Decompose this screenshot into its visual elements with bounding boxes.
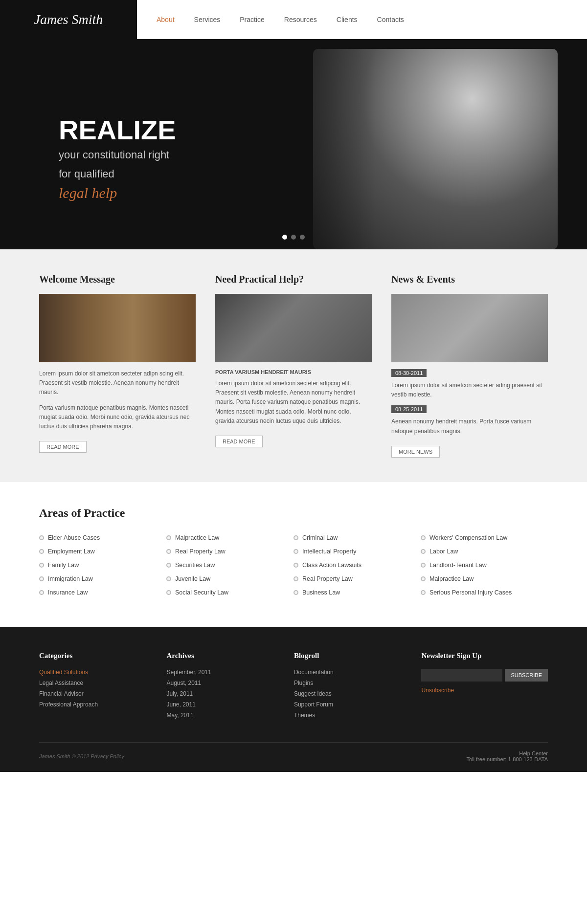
practical-col: Need Practical Help? PORTA VARIUSM HENDR… [215,274,372,458]
practice-title: Areas of Practice [39,506,548,520]
practical-subtitle: PORTA VARIUSM HENDREIT MAURIS [215,369,372,375]
nav-clients[interactable]: Clients [337,16,358,23]
practice-col-2: Malpractice Law Real Property Law Securi… [166,534,294,603]
footer-newsletter-title: Newsletter Sign Up [421,652,548,660]
practice-col-3: Criminal Law Intellectual Property Class… [294,534,421,603]
practice-bullet [166,549,171,554]
gavel-graphic [215,294,372,362]
footer-cat-link-2[interactable]: Financial Advisor [39,690,147,697]
practice-item: Class Action Lawsuits [294,562,416,569]
practice-label: Intellectual Property [302,548,356,555]
footer-archive-link-0[interactable]: September, 2011 [166,669,274,676]
practice-item: Elder Abuse Cases [39,534,161,541]
welcome-text1: Lorem ipsum dolor sit ametcon secteter a… [39,369,196,397]
practice-item: Landlord-Tenant Law [421,562,543,569]
nav-practice[interactable]: Practice [240,16,265,23]
welcome-image [39,294,196,362]
practice-bullet [39,563,44,568]
practice-label: Labor Law [429,548,458,555]
content-section: Welcome Message Lorem ipsum dolor sit am… [0,249,587,482]
practice-label: Malpractice Law [175,534,219,541]
footer-blog-link-4[interactable]: Themes [294,712,402,719]
footer-archive-link-4[interactable]: May, 2011 [166,712,274,719]
news-more-button[interactable]: MORE NEWS [391,446,440,458]
practice-label: Real Property Law [175,548,226,555]
practice-label: Immigration Law [48,575,93,582]
practice-item: Real Property Law [294,575,416,582]
footer-archives-title: Archives [166,652,274,660]
nav-about[interactable]: About [157,16,175,23]
practice-item: Insurance Law [39,589,161,596]
practice-item: Real Property Law [166,548,289,555]
hero-dot-3[interactable] [300,235,305,240]
welcome-text2: Porta variusm natoque penatibus magnis. … [39,403,196,432]
practical-title: Need Practical Help? [215,274,372,285]
news-text1: Lorem ipsum dolor sit ametcon secteter a… [391,381,548,399]
practice-bullet [39,576,44,581]
welcome-read-more-button[interactable]: READ MORE [39,441,87,453]
practice-label: Serious Personal Injury Cases [429,589,512,596]
hero-content: REALIZE your constitutional right for qu… [0,87,176,201]
unsubscribe-link[interactable]: Unsubscribe [421,687,454,694]
nav-contacts[interactable]: Contacts [377,16,404,23]
hero-line4: legal help [59,185,176,201]
practice-item: Securities Law [166,562,289,569]
practice-bullet [39,535,44,540]
practice-label: Malpractice Law [429,575,474,582]
practical-read-more-button[interactable]: READ MORE [215,436,263,447]
logo-box: James Smith [0,0,137,39]
practice-item: Business Law [294,589,416,596]
practice-label: Criminal Law [302,534,338,541]
hero-line1: REALIZE [59,116,176,144]
footer-cat-link-3[interactable]: Professional Approach [39,701,147,708]
practice-section: Areas of Practice Elder Abuse Cases Empl… [0,482,587,627]
nav-resources[interactable]: Resources [284,16,317,23]
footer-archive-link-1[interactable]: August, 2011 [166,680,274,686]
practice-bullet [166,576,171,581]
practice-bullet [39,549,44,554]
practice-label: Class Action Lawsuits [302,562,361,569]
practice-item: Criminal Law [294,534,416,541]
practice-bullet [421,549,426,554]
news-image [391,294,548,362]
footer-bottom: James Smith © 2012 Privacy Policy Help C… [39,742,548,762]
practice-label: Workers' Compensation Law [429,534,507,541]
footer-categories-col: Categories Qualified Solutions Legal Ass… [39,652,147,723]
practice-label: Landlord-Tenant Law [429,562,487,569]
news-title: News & Events [391,274,548,285]
newsletter-email-input[interactable] [421,669,502,682]
footer-blogroll-col: Blogroll Documentation Plugins Suggest I… [294,652,402,723]
footer-blog-link-3[interactable]: Support Forum [294,701,402,708]
practice-label: Elder Abuse Cases [48,534,100,541]
books-graphic [39,294,196,362]
hero-dot-2[interactable] [291,235,296,240]
footer-blog-link-2[interactable]: Suggest Ideas [294,690,402,697]
welcome-title: Welcome Message [39,274,196,285]
practice-item: Malpractice Law [166,534,289,541]
footer-archive-link-2[interactable]: July, 2011 [166,690,274,697]
hero-dot-1[interactable] [282,235,287,240]
practice-bullet [294,576,298,581]
subscribe-button[interactable]: SUBSCRIBE [505,669,548,682]
practice-label: Social Security Law [175,589,228,596]
footer-archive-link-3[interactable]: June, 2011 [166,701,274,708]
footer-cat-link-1[interactable]: Legal Assistance [39,680,147,686]
practice-label: Employment Law [48,548,95,555]
footer-blogroll-title: Blogroll [294,652,402,660]
practice-bullet [294,563,298,568]
news-date2: 08-25-2011 [391,405,427,413]
practice-label: Real Property Law [302,575,353,582]
footer-blog-link-1[interactable]: Plugins [294,680,402,686]
welcome-col: Welcome Message Lorem ipsum dolor sit am… [39,274,196,458]
footer-categories-title: Categories [39,652,147,660]
practical-text: Lorem ipsum dolor sit ametcon secteter a… [215,379,372,426]
practice-item: Immigration Law [39,575,161,582]
main-nav: About Services Practice Resources Client… [137,16,587,23]
practice-bullet [421,576,426,581]
news-date1: 08-30-2011 [391,369,427,377]
practice-item: Family Law [39,562,161,569]
nav-services[interactable]: Services [194,16,221,23]
practice-bullet [166,535,171,540]
footer-cat-link-0[interactable]: Qualified Solutions [39,669,147,676]
footer-blog-link-0[interactable]: Documentation [294,669,402,676]
